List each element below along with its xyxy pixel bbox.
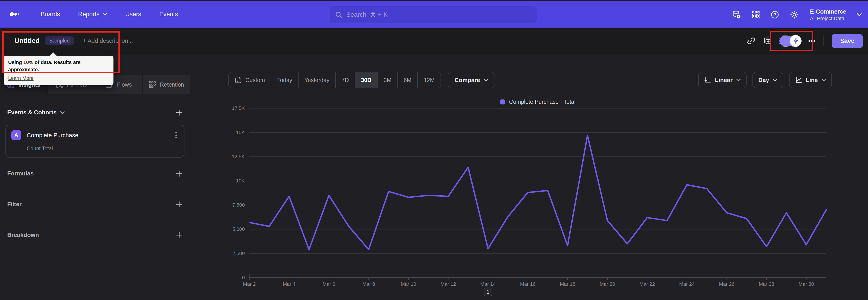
learn-more-link[interactable]: Learn More bbox=[8, 75, 34, 81]
tab-label: Retention bbox=[160, 81, 184, 88]
app-window: Boards Reports Users Events ? bbox=[0, 0, 868, 300]
y-axis-tick-label: 10K bbox=[236, 178, 245, 184]
nav-item-users[interactable]: Users bbox=[125, 11, 141, 18]
project-name: E-Commerce bbox=[810, 8, 846, 16]
line-chart[interactable]: 02,5005,0007,50010K12.5K15K17.5KMar 2Mar… bbox=[191, 54, 868, 300]
nav-item-label: Reports bbox=[78, 11, 100, 18]
add-breakdown-button[interactable] bbox=[176, 232, 183, 239]
nav-item-label: Users bbox=[125, 11, 141, 18]
x-axis-tick-label: Mar 26 bbox=[719, 281, 735, 287]
y-axis-tick-label: 5,000 bbox=[232, 226, 245, 232]
global-search[interactable] bbox=[329, 6, 537, 24]
divider bbox=[824, 35, 824, 46]
nav-item-label: Events bbox=[159, 11, 178, 18]
add-to-board-icon[interactable] bbox=[763, 37, 772, 45]
x-axis-tick-label: Mar 18 bbox=[560, 281, 575, 287]
events-cohorts-label[interactable]: Events & Cohorts bbox=[7, 109, 65, 116]
nav-item-reports[interactable]: Reports bbox=[78, 11, 107, 18]
x-axis-tick-label: Mar 10 bbox=[401, 281, 416, 287]
x-axis-tick-label: Mar 6 bbox=[322, 281, 335, 287]
event-metric[interactable]: Count Total bbox=[27, 146, 179, 152]
section-formulas: Formulas bbox=[7, 170, 183, 177]
project-switcher[interactable]: E-Commerce All Project Data bbox=[810, 8, 846, 22]
x-axis-tick-label: Mar 4 bbox=[283, 281, 296, 287]
add-event-button[interactable] bbox=[176, 109, 183, 116]
events-cohorts-header: Events & Cohorts bbox=[7, 109, 183, 116]
x-axis-tick-label: Mar 12 bbox=[440, 281, 456, 287]
event-row-card[interactable]: A Complete Purchase Count Total bbox=[5, 125, 184, 157]
chevron-down-icon bbox=[60, 111, 65, 114]
y-axis-tick-label: 2,500 bbox=[232, 250, 245, 256]
chart-panel: Custom Today Yesterday 7D 30D 3M 6M 12M … bbox=[191, 54, 868, 300]
help-icon[interactable]: ? bbox=[770, 10, 779, 19]
series-line[interactable] bbox=[249, 136, 826, 249]
report-title[interactable]: Untitled bbox=[14, 37, 40, 44]
sampled-badge[interactable]: Sampled bbox=[45, 36, 74, 45]
x-axis-tick-label: Mar 20 bbox=[600, 281, 615, 287]
plus-icon bbox=[176, 232, 183, 239]
content-area: Insights Funnels Flows Retention Events bbox=[0, 54, 868, 300]
search-input[interactable] bbox=[346, 11, 531, 18]
mixpanel-logo-icon[interactable] bbox=[9, 10, 21, 18]
title-bar-actions: ••• Save bbox=[747, 28, 863, 54]
x-axis-tick-label: Mar 30 bbox=[799, 281, 814, 287]
tab-label: Flows bbox=[117, 81, 132, 88]
nav-right-cluster: ? E-Commerce All Project Data bbox=[732, 1, 862, 29]
copy-link-icon[interactable] bbox=[747, 37, 755, 45]
sampling-tooltip-text: Using 10% of data. Results are approxima… bbox=[8, 59, 109, 73]
x-axis-tick-label: Mar 14 bbox=[480, 281, 496, 287]
x-axis-tick-label: Mar 8 bbox=[362, 281, 375, 287]
section-filter: Filter bbox=[7, 201, 183, 208]
formulas-label: Formulas bbox=[7, 170, 34, 177]
event-options-kebab-icon[interactable] bbox=[174, 131, 179, 139]
section-breakdown: Breakdown bbox=[7, 232, 183, 239]
events-cohorts-text: Events & Cohorts bbox=[7, 109, 57, 116]
y-axis-tick-label: 17.5K bbox=[232, 106, 245, 111]
plus-icon bbox=[176, 170, 183, 177]
sampling-tooltip: Using 10% of data. Results are approxima… bbox=[4, 56, 114, 85]
y-axis-tick-label: 7,500 bbox=[232, 202, 245, 208]
nav-item-label: Boards bbox=[41, 11, 60, 18]
nav-menu: Boards Reports Users Events bbox=[41, 11, 178, 18]
apps-grid-icon[interactable] bbox=[752, 11, 760, 19]
y-axis-tick-label: 15K bbox=[236, 129, 245, 135]
x-axis-tick-label: Mar 16 bbox=[520, 281, 535, 287]
sampling-toggle[interactable] bbox=[779, 36, 801, 46]
pagination-page-button[interactable]: 1 bbox=[484, 288, 492, 296]
x-axis-tick-label: Mar 28 bbox=[759, 281, 774, 287]
settings-gear-icon[interactable] bbox=[790, 10, 799, 19]
y-axis-tick-label: 0 bbox=[242, 275, 245, 280]
tab-retention[interactable]: Retention bbox=[143, 75, 190, 94]
chevron-down-icon bbox=[103, 13, 107, 16]
nav-item-events[interactable]: Events bbox=[159, 11, 178, 18]
query-builder-sidebar: Insights Funnels Flows Retention Events bbox=[0, 54, 190, 300]
plus-icon bbox=[176, 201, 183, 208]
lightning-bolt-icon bbox=[793, 38, 798, 44]
svg-text:?: ? bbox=[773, 12, 776, 17]
top-nav: Boards Reports Users Events ? bbox=[0, 0, 868, 28]
x-axis-tick-label: Mar 2 bbox=[243, 281, 256, 287]
add-formula-button[interactable] bbox=[176, 170, 183, 177]
more-options-button[interactable]: ••• bbox=[808, 37, 816, 44]
search-icon bbox=[335, 11, 342, 18]
x-axis-tick-label: Mar 22 bbox=[640, 281, 655, 287]
save-button[interactable]: Save bbox=[832, 34, 863, 48]
breakdown-label: Breakdown bbox=[7, 232, 39, 239]
retention-icon bbox=[149, 81, 156, 88]
project-scope: All Project Data bbox=[810, 16, 846, 22]
report-title-bar: Untitled Sampled + Add description... ••… bbox=[0, 28, 868, 54]
data-management-icon[interactable] bbox=[732, 10, 741, 19]
sampling-toggle-knob bbox=[790, 35, 802, 47]
add-description-button[interactable]: + Add description... bbox=[83, 37, 133, 44]
y-axis-tick-label: 12.5K bbox=[232, 154, 245, 159]
chevron-down-icon bbox=[857, 13, 862, 16]
event-name[interactable]: Complete Purchase bbox=[27, 132, 168, 139]
add-filter-button[interactable] bbox=[176, 201, 183, 208]
filter-label: Filter bbox=[7, 201, 22, 208]
event-letter-badge: A bbox=[11, 130, 21, 140]
plus-icon bbox=[176, 109, 183, 116]
x-axis-tick-label: Mar 24 bbox=[679, 281, 694, 287]
nav-item-boards[interactable]: Boards bbox=[41, 11, 60, 18]
